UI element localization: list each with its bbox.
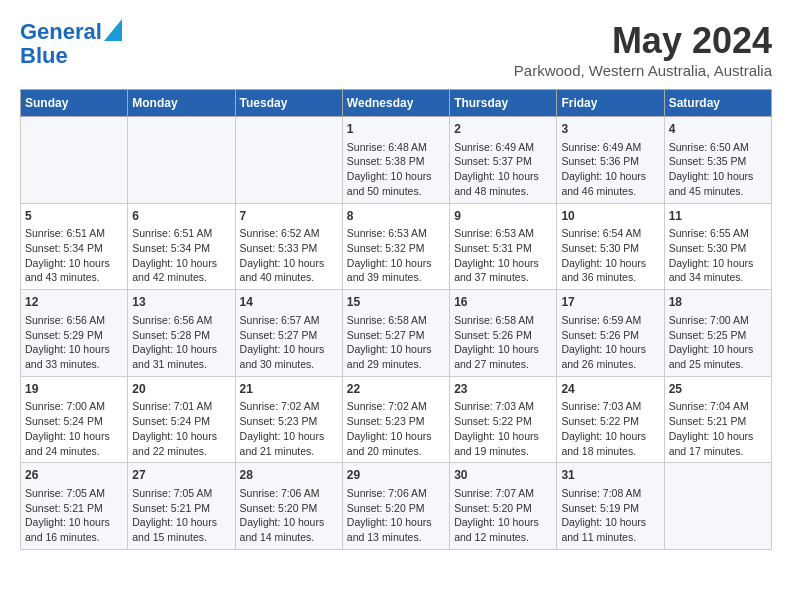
calendar-cell: 18Sunrise: 7:00 AMSunset: 5:25 PMDayligh…	[664, 290, 771, 377]
day-info: Sunrise: 6:48 AM	[347, 140, 445, 155]
calendar-cell: 28Sunrise: 7:06 AMSunset: 5:20 PMDayligh…	[235, 463, 342, 550]
calendar-cell: 20Sunrise: 7:01 AMSunset: 5:24 PMDayligh…	[128, 376, 235, 463]
day-header-thursday: Thursday	[450, 90, 557, 117]
calendar-cell: 3Sunrise: 6:49 AMSunset: 5:36 PMDaylight…	[557, 117, 664, 204]
day-info: and 25 minutes.	[669, 357, 767, 372]
day-number: 21	[240, 381, 338, 398]
day-info: Daylight: 10 hours	[347, 256, 445, 271]
calendar-week-row: 1Sunrise: 6:48 AMSunset: 5:38 PMDaylight…	[21, 117, 772, 204]
day-info: Daylight: 10 hours	[669, 169, 767, 184]
day-info: and 27 minutes.	[454, 357, 552, 372]
calendar-cell: 27Sunrise: 7:05 AMSunset: 5:21 PMDayligh…	[128, 463, 235, 550]
calendar-cell	[128, 117, 235, 204]
day-info: and 45 minutes.	[669, 184, 767, 199]
day-info: Daylight: 10 hours	[561, 342, 659, 357]
day-number: 10	[561, 208, 659, 225]
day-number: 9	[454, 208, 552, 225]
day-number: 14	[240, 294, 338, 311]
day-info: and 33 minutes.	[25, 357, 123, 372]
calendar-cell: 19Sunrise: 7:00 AMSunset: 5:24 PMDayligh…	[21, 376, 128, 463]
day-info: Sunrise: 7:02 AM	[347, 399, 445, 414]
day-info: Sunset: 5:36 PM	[561, 154, 659, 169]
day-info: Sunset: 5:31 PM	[454, 241, 552, 256]
day-info: Sunset: 5:33 PM	[240, 241, 338, 256]
day-number: 30	[454, 467, 552, 484]
day-info: Sunrise: 7:00 AM	[669, 313, 767, 328]
day-info: Sunset: 5:34 PM	[25, 241, 123, 256]
day-info: Daylight: 10 hours	[347, 515, 445, 530]
day-number: 1	[347, 121, 445, 138]
day-number: 12	[25, 294, 123, 311]
day-number: 26	[25, 467, 123, 484]
day-info: and 43 minutes.	[25, 270, 123, 285]
day-header-friday: Friday	[557, 90, 664, 117]
day-info: Daylight: 10 hours	[669, 256, 767, 271]
day-info: and 34 minutes.	[669, 270, 767, 285]
logo-icon	[104, 19, 122, 41]
day-info: Daylight: 10 hours	[25, 342, 123, 357]
day-number: 7	[240, 208, 338, 225]
day-info: Sunrise: 6:56 AM	[25, 313, 123, 328]
day-number: 20	[132, 381, 230, 398]
day-info: Sunrise: 7:07 AM	[454, 486, 552, 501]
day-info: Daylight: 10 hours	[240, 342, 338, 357]
logo-text-line1: General	[20, 20, 102, 44]
day-info: Sunrise: 6:56 AM	[132, 313, 230, 328]
day-info: Sunset: 5:21 PM	[25, 501, 123, 516]
day-info: Sunrise: 6:50 AM	[669, 140, 767, 155]
calendar-cell	[235, 117, 342, 204]
day-info: Sunrise: 6:51 AM	[132, 226, 230, 241]
day-info: Daylight: 10 hours	[561, 515, 659, 530]
calendar-cell: 26Sunrise: 7:05 AMSunset: 5:21 PMDayligh…	[21, 463, 128, 550]
day-number: 31	[561, 467, 659, 484]
day-info: and 22 minutes.	[132, 444, 230, 459]
day-info: Daylight: 10 hours	[132, 342, 230, 357]
day-info: Sunset: 5:23 PM	[240, 414, 338, 429]
day-info: Daylight: 10 hours	[561, 256, 659, 271]
day-info: and 14 minutes.	[240, 530, 338, 545]
day-info: Daylight: 10 hours	[240, 515, 338, 530]
day-info: Daylight: 10 hours	[454, 429, 552, 444]
day-info: Sunrise: 7:08 AM	[561, 486, 659, 501]
day-info: and 21 minutes.	[240, 444, 338, 459]
day-info: Sunset: 5:21 PM	[669, 414, 767, 429]
day-info: Sunrise: 7:05 AM	[25, 486, 123, 501]
day-info: Sunrise: 7:05 AM	[132, 486, 230, 501]
day-info: and 26 minutes.	[561, 357, 659, 372]
calendar-table: SundayMondayTuesdayWednesdayThursdayFrid…	[20, 89, 772, 550]
day-info: Sunset: 5:21 PM	[132, 501, 230, 516]
day-info: Sunset: 5:25 PM	[669, 328, 767, 343]
day-number: 24	[561, 381, 659, 398]
calendar-cell: 7Sunrise: 6:52 AMSunset: 5:33 PMDaylight…	[235, 203, 342, 290]
calendar-cell: 9Sunrise: 6:53 AMSunset: 5:31 PMDaylight…	[450, 203, 557, 290]
day-info: Sunrise: 6:59 AM	[561, 313, 659, 328]
day-info: and 50 minutes.	[347, 184, 445, 199]
logo: General Blue	[20, 20, 122, 68]
day-info: Sunrise: 6:54 AM	[561, 226, 659, 241]
day-info: and 31 minutes.	[132, 357, 230, 372]
day-number: 8	[347, 208, 445, 225]
day-number: 23	[454, 381, 552, 398]
day-number: 25	[669, 381, 767, 398]
day-info: Daylight: 10 hours	[561, 429, 659, 444]
day-info: Sunset: 5:30 PM	[669, 241, 767, 256]
day-info: and 37 minutes.	[454, 270, 552, 285]
day-info: Sunrise: 7:04 AM	[669, 399, 767, 414]
day-info: Sunset: 5:24 PM	[25, 414, 123, 429]
day-info: Sunrise: 7:06 AM	[240, 486, 338, 501]
day-number: 29	[347, 467, 445, 484]
day-info: Sunrise: 6:52 AM	[240, 226, 338, 241]
day-header-wednesday: Wednesday	[342, 90, 449, 117]
day-info: and 29 minutes.	[347, 357, 445, 372]
day-info: Sunrise: 7:03 AM	[454, 399, 552, 414]
day-info: Daylight: 10 hours	[347, 169, 445, 184]
day-number: 18	[669, 294, 767, 311]
day-info: Sunset: 5:19 PM	[561, 501, 659, 516]
calendar-cell: 14Sunrise: 6:57 AMSunset: 5:27 PMDayligh…	[235, 290, 342, 377]
calendar-cell: 1Sunrise: 6:48 AMSunset: 5:38 PMDaylight…	[342, 117, 449, 204]
calendar-cell: 22Sunrise: 7:02 AMSunset: 5:23 PMDayligh…	[342, 376, 449, 463]
day-info: Sunset: 5:22 PM	[561, 414, 659, 429]
day-info: Daylight: 10 hours	[669, 429, 767, 444]
day-info: Sunrise: 7:00 AM	[25, 399, 123, 414]
day-info: and 24 minutes.	[25, 444, 123, 459]
